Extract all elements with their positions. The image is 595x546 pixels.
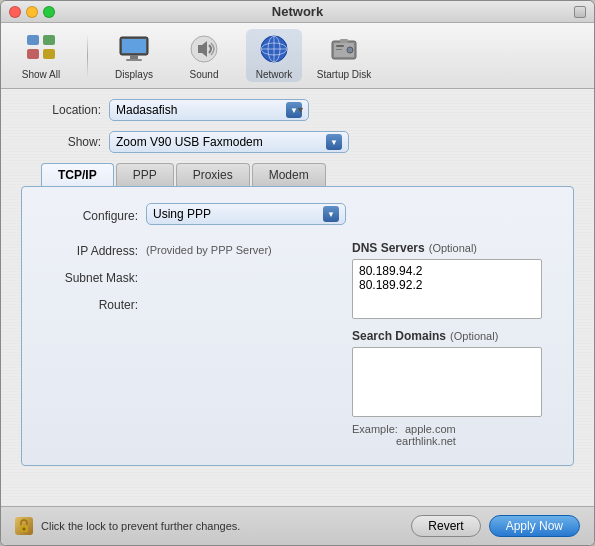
lock-icon[interactable]	[15, 517, 33, 535]
two-col-layout: IP Address: (Provided by PPP Server) Sub…	[38, 241, 557, 447]
location-row: Location: Madasafish ▼	[21, 99, 574, 121]
show-select[interactable]: Zoom V90 USB Faxmodem ▼	[109, 131, 349, 153]
show-row: Show: Zoom V90 USB Faxmodem ▼	[21, 131, 574, 153]
titlebar: Network	[1, 1, 594, 23]
subnet-mask-label: Subnet Mask:	[38, 268, 138, 285]
dns-value-1: 80.189.94.2	[359, 264, 535, 278]
location-select-value: Madasafish	[116, 103, 177, 117]
show-all-icon-area	[23, 31, 59, 67]
example-text: Example: apple.com earthlink.net	[352, 423, 557, 447]
revert-button[interactable]: Revert	[411, 515, 480, 537]
dns-servers-label: DNS Servers	[352, 241, 425, 255]
show-all-label: Show All	[22, 69, 60, 80]
apply-now-button[interactable]: Apply Now	[489, 515, 580, 537]
toolbar-item-network[interactable]: Network	[246, 29, 302, 82]
tabs-header: TCP/IP PPP Proxies Modem	[41, 163, 574, 186]
svg-point-18	[347, 47, 353, 53]
sound-icon	[188, 33, 220, 65]
maximize-button[interactable]	[43, 6, 55, 18]
left-column: IP Address: (Provided by PPP Server) Sub…	[38, 241, 332, 447]
content-area: Location: Madasafish ▼ Show: Zoom V90 US…	[1, 89, 594, 506]
lock-area: Click the lock to prevent further change…	[15, 517, 403, 535]
toolbar-item-startup-disk[interactable]: Startup Disk	[316, 31, 372, 80]
toolbar-item-displays[interactable]: Displays	[106, 31, 162, 80]
example-label: Example:	[352, 423, 398, 435]
svg-rect-1	[43, 35, 55, 45]
dns-header: DNS Servers (Optional)	[352, 241, 557, 255]
right-column: DNS Servers (Optional) 80.189.94.2 80.18…	[352, 241, 557, 447]
toolbar-item-show-all[interactable]: Show All	[13, 31, 69, 80]
svg-rect-16	[336, 45, 344, 47]
location-label: Location:	[21, 103, 101, 117]
bottom-bar: Click the lock to prevent further change…	[1, 506, 594, 545]
tabs-container: TCP/IP PPP Proxies Modem Configure:	[21, 163, 574, 466]
location-select-wrapper: Madasafish ▼	[109, 99, 309, 121]
resize-button[interactable]	[574, 6, 586, 18]
ip-address-label: IP Address:	[38, 241, 138, 258]
svg-rect-5	[122, 39, 146, 53]
tab-tcp-ip[interactable]: TCP/IP	[41, 163, 114, 186]
search-domains-label: Search Domains	[352, 329, 446, 343]
window-title: Network	[272, 4, 323, 19]
minimize-button[interactable]	[26, 6, 38, 18]
displays-icon-area	[116, 31, 152, 67]
show-dropdown-arrow: ▼	[326, 134, 342, 150]
configure-row: Configure: Using PPP ▼	[38, 203, 557, 225]
network-icon	[258, 33, 290, 65]
location-select[interactable]: Madasafish ▼	[109, 99, 309, 121]
close-button[interactable]	[9, 6, 21, 18]
search-domains-box[interactable]	[352, 347, 542, 417]
dns-optional-text: (Optional)	[429, 242, 477, 254]
traffic-lights	[9, 6, 55, 18]
toolbar-item-sound[interactable]: Sound	[176, 31, 232, 80]
svg-rect-6	[130, 55, 138, 59]
startup-disk-icon-area	[326, 31, 362, 67]
ip-provided-label: (Provided by PPP Server)	[146, 244, 272, 256]
location-dropdown-arrow: ▼	[286, 102, 302, 118]
svg-rect-19	[340, 39, 348, 43]
toolbar-divider-1	[87, 34, 88, 78]
show-all-icon	[25, 33, 57, 65]
system-preferences-window: Network Show All	[0, 0, 595, 546]
example-value: apple.com	[405, 423, 456, 435]
configure-dropdown-arrow: ▼	[323, 206, 339, 222]
example-value2: earthlink.net	[396, 435, 456, 447]
displays-icon	[118, 33, 150, 65]
svg-rect-3	[43, 49, 55, 59]
search-optional-text: (Optional)	[450, 330, 498, 342]
tcp-ip-panel: Configure: Using PPP ▼ IP Address:	[21, 186, 574, 466]
toolbar: Show All Displays	[1, 23, 594, 89]
startup-disk-icon	[328, 33, 360, 65]
show-label: Show:	[21, 135, 101, 149]
search-domains-header: Search Domains (Optional)	[352, 329, 557, 343]
tab-ppp[interactable]: PPP	[116, 163, 174, 186]
svg-rect-17	[336, 49, 342, 50]
configure-select-value: Using PPP	[153, 207, 211, 221]
subnet-mask-row: Subnet Mask:	[38, 268, 332, 285]
dns-servers-box[interactable]: 80.189.94.2 80.189.92.2	[352, 259, 542, 319]
show-select-value: Zoom V90 USB Faxmodem	[116, 135, 263, 149]
svg-rect-2	[27, 49, 39, 59]
router-row: Router:	[38, 295, 332, 312]
lock-text: Click the lock to prevent further change…	[41, 520, 240, 532]
tab-modem[interactable]: Modem	[252, 163, 326, 186]
configure-label: Configure:	[38, 206, 138, 223]
ip-address-row: IP Address: (Provided by PPP Server)	[38, 241, 332, 258]
startup-disk-label: Startup Disk	[317, 69, 371, 80]
router-label: Router:	[38, 295, 138, 312]
sound-icon-area	[186, 31, 222, 67]
sound-label: Sound	[190, 69, 219, 80]
svg-rect-0	[27, 35, 39, 45]
network-icon-area	[256, 31, 292, 67]
dns-value-2: 80.189.92.2	[359, 278, 535, 292]
svg-rect-7	[126, 59, 142, 61]
svg-point-21	[23, 528, 26, 531]
configure-select[interactable]: Using PPP ▼	[146, 203, 346, 225]
tab-proxies[interactable]: Proxies	[176, 163, 250, 186]
network-label: Network	[256, 69, 293, 80]
lock-svg	[17, 519, 31, 533]
displays-label: Displays	[115, 69, 153, 80]
